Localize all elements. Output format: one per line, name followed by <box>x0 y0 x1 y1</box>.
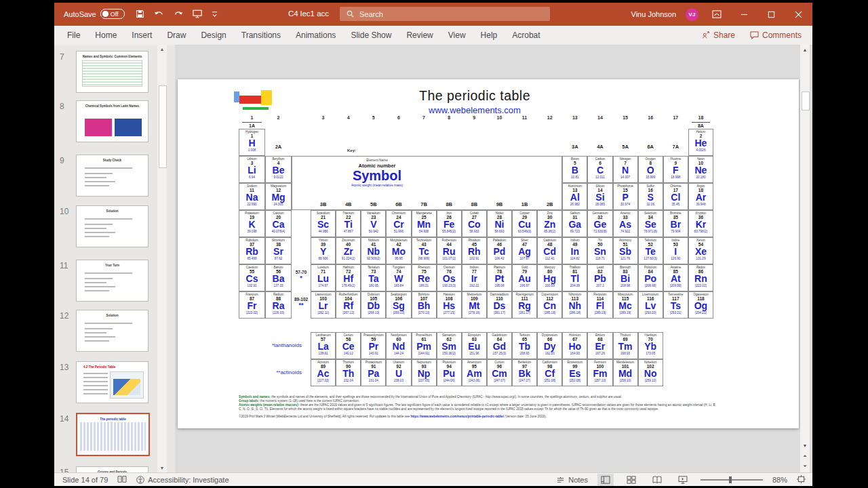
zoom-slider-thumb[interactable] <box>729 476 732 483</box>
element-mass: 14.007 <box>620 176 630 180</box>
element-symbol: At <box>671 274 681 284</box>
element-mass: 232.04 <box>344 379 353 383</box>
element-symbol: Zr <box>344 247 353 257</box>
tab-insert[interactable]: Insert <box>124 26 159 45</box>
element-He: Helium2He4.0026 <box>688 129 713 156</box>
element-mass: [258.10] <box>620 379 631 383</box>
tab-slide-show[interactable]: Slide Show <box>343 26 399 45</box>
avatar[interactable]: VJ <box>686 8 698 21</box>
slide-thumbnail-13[interactable]: 4.2 The Periodic Table <box>76 361 149 403</box>
element-mass: [252.08] <box>570 379 581 383</box>
vertical-scrollbar[interactable]: ▲ ▼ ⏶ ⏷ <box>800 45 810 472</box>
element-symbol: Bk <box>519 369 531 379</box>
tab-design[interactable]: Design <box>193 26 233 45</box>
tab-review[interactable]: Review <box>399 26 440 45</box>
ribbon-display-options-icon[interactable] <box>708 6 726 22</box>
element-symbol: La <box>317 342 328 352</box>
element-Cs: Caesium55Cs132.91 <box>239 264 265 291</box>
undo-icon[interactable] <box>154 9 164 18</box>
comments-button[interactable]: Comments <box>750 30 802 40</box>
element-symbol: Ir <box>471 274 477 284</box>
slide-thumbnail-14[interactable]: The periodic table <box>76 413 150 456</box>
element-Sr: Strontium38Sr87.62 <box>265 237 292 264</box>
start-from-beginning-icon[interactable] <box>193 9 202 18</box>
slide-thumbnail-9[interactable]: Study Check <box>76 155 149 197</box>
tab-draw[interactable]: Draw <box>159 26 193 45</box>
element-symbol: Rf <box>343 301 353 311</box>
element-Pd: Palladium46Pd106.42 <box>487 237 512 264</box>
spellcheck-icon[interactable] <box>117 475 127 485</box>
save-icon[interactable] <box>136 9 144 18</box>
slide-thumbnail-15[interactable]: Groups and Periods <box>76 466 149 472</box>
search-box[interactable]: Search <box>340 7 550 21</box>
group-label-5B-col5: 5B <box>361 201 386 207</box>
accessibility-checker[interactable]: Accessibility: Investigate <box>136 476 229 484</box>
element-Db: Dubnium105Db[268.13] <box>361 291 386 319</box>
group-rule <box>692 122 710 123</box>
scroll-up-icon[interactable]: ▲ <box>800 45 810 54</box>
slide-thumbnail-11[interactable]: Your Turn <box>76 260 149 302</box>
next-slide-icon[interactable]: ⏷ <box>800 462 810 471</box>
element-symbol: H <box>248 138 255 148</box>
customize-qat-icon[interactable] <box>212 11 218 17</box>
ribbon-tabs: FileHomeInsertDrawDesignTransitionsAnima… <box>60 26 548 45</box>
group-number-12: 12 <box>537 115 562 120</box>
thumbnail-scrollbar[interactable]: ▲▼ <box>157 45 167 472</box>
element-mass: 101.07(2) <box>442 257 456 261</box>
previous-slide-icon[interactable]: ⏶ <box>800 451 810 461</box>
tab-file[interactable]: File <box>60 26 87 45</box>
tab-view[interactable]: View <box>441 26 473 45</box>
normal-view-button[interactable] <box>597 474 614 486</box>
element-mass: 137.33 <box>273 284 283 288</box>
slide-thumbnail-10[interactable]: Solution <box>76 205 149 247</box>
slide-sorter-view-button[interactable] <box>623 474 639 486</box>
ribbon-right: Share Comments <box>702 26 802 45</box>
group-label-3A: 3A <box>562 144 587 150</box>
thumbnail-scrollbar-thumb[interactable] <box>159 85 167 168</box>
thumb-number-10: 10 <box>60 207 68 216</box>
close-button[interactable] <box>789 6 807 22</box>
element-I: Iodine53I126.90 <box>663 237 688 264</box>
thumbnail-scroll-down-icon[interactable]: ▼ <box>157 464 167 472</box>
fit-slide-icon[interactable] <box>797 475 806 485</box>
redo-icon[interactable] <box>174 9 183 18</box>
scrollbar-thumb[interactable] <box>802 92 810 110</box>
minimize-button[interactable] <box>735 6 753 22</box>
element-symbol: Cu <box>518 220 531 230</box>
tab-help[interactable]: Help <box>473 26 505 45</box>
slide-thumbnail-7[interactable]: Names and Symbols: Common Elements <box>76 51 149 93</box>
autosave-toggle[interactable]: AutoSave Off <box>64 9 125 19</box>
scroll-down-icon[interactable]: ▼ <box>800 441 810 450</box>
tab-animations[interactable]: Animations <box>288 26 343 45</box>
user-name[interactable]: Vinu Johnson <box>631 10 676 18</box>
tab-home[interactable]: Home <box>87 26 124 45</box>
autosave-switch[interactable]: Off <box>100 9 125 19</box>
element-symbol: Sb <box>619 247 631 257</box>
slide-thumbnail-12[interactable]: Solution <box>76 310 149 352</box>
thumb-text-line <box>85 218 132 220</box>
element-Ta: Tantalum73Ta180.95 <box>361 264 386 291</box>
slide-canvas[interactable]: The periodic table www.webelements.com K… <box>178 79 799 428</box>
reading-view-button[interactable] <box>649 474 665 486</box>
element-Zr: Zirconium40Zr91.224(2) <box>336 237 361 264</box>
element-mass: 6.94 <box>249 176 255 180</box>
zoom-level[interactable]: 88% <box>772 476 787 484</box>
thumbnail-scroll-up-icon[interactable]: ▲ <box>157 45 167 54</box>
tab-acrobat[interactable]: Acrobat <box>505 26 547 45</box>
element-mass: 106.42 <box>494 257 504 261</box>
element-Cr: Chromium24Cr51.996 <box>386 210 411 237</box>
slide-thumbnail-8[interactable]: Chemical Symbols from Latin Names <box>76 100 149 142</box>
element-symbol: Ru <box>443 247 456 257</box>
element-At: Astatine85At[209.99] <box>663 264 688 291</box>
accessibility-icon <box>136 476 144 484</box>
slide-thumbnail-panel: 7Names and Symbols: Common Elements8Chem… <box>54 45 175 472</box>
element-symbol: Nh <box>568 301 581 311</box>
element-mass: 58.693 <box>494 230 504 234</box>
tab-transitions[interactable]: Transitions <box>234 26 288 45</box>
slideshow-view-button[interactable] <box>675 474 691 486</box>
share-button[interactable]: Share <box>702 30 735 40</box>
copyright-link[interactable]: https://www.webelements.com/nexus/printa… <box>410 415 504 418</box>
restore-button[interactable] <box>762 6 780 22</box>
zoom-slider[interactable] <box>701 479 763 481</box>
notes-button[interactable]: Notes <box>556 476 588 484</box>
